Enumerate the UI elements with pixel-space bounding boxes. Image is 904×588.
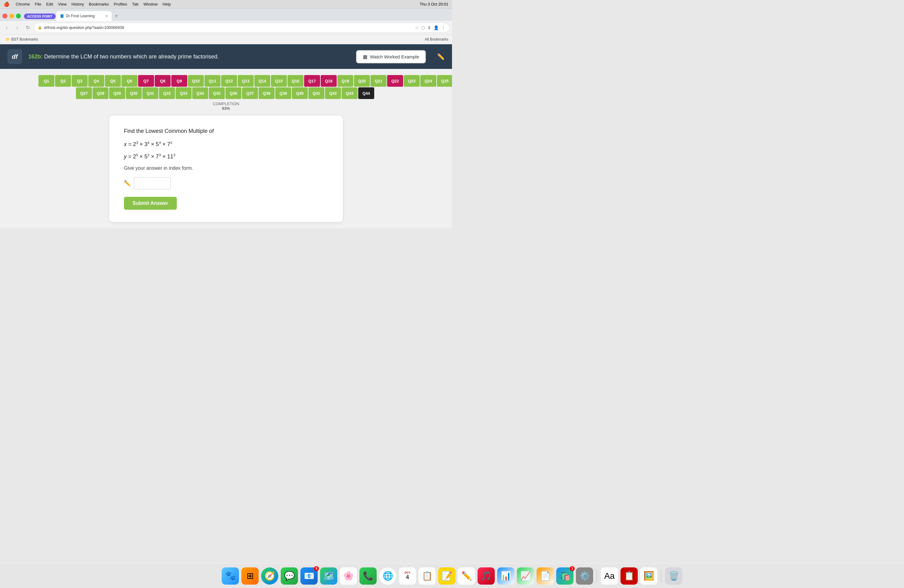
address-bar[interactable]: 🔒 drfrost.org/do-question.php?aaid=10006… — [34, 23, 450, 33]
watch-button-label: Watch Worked Example — [370, 54, 419, 59]
q-btn-24[interactable]: Q24 — [420, 75, 436, 87]
window-controls — [2, 14, 21, 21]
q-btn-29[interactable]: Q29 — [109, 87, 125, 99]
q-btn-1[interactable]: Q1 — [38, 75, 54, 87]
q-btn-37[interactable]: Q37 — [242, 87, 258, 99]
q-btn-8[interactable]: Q8 — [155, 75, 171, 87]
q-btn-40[interactable]: Q40 — [292, 87, 308, 99]
q-btn-39[interactable]: Q39 — [275, 87, 291, 99]
q-btn-16[interactable]: Q16 — [288, 75, 303, 87]
q-btn-2[interactable]: Q2 — [55, 75, 71, 87]
df-logo: df — [7, 49, 22, 64]
bookmarks-bar: 📁 BST Bookmarks All Bookmarks — [0, 35, 452, 44]
menu-view[interactable]: View — [58, 2, 67, 6]
q-btn-19[interactable]: Q19 — [337, 75, 353, 87]
q-btn-43[interactable]: Q43 — [341, 87, 357, 99]
q-btn-41[interactable]: Q41 — [308, 87, 324, 99]
q-btn-34[interactable]: Q34 — [192, 87, 208, 99]
video-icon: ▦ — [363, 54, 367, 60]
back-button[interactable]: ‹ — [2, 24, 11, 32]
q-btn-12[interactable]: Q12 — [221, 75, 237, 87]
all-bookmarks-label: All Bookmarks — [425, 37, 448, 41]
more-options-button[interactable]: ⋮ — [441, 25, 446, 30]
q-btn-28[interactable]: Q28 — [93, 87, 109, 99]
q-btn-30[interactable]: Q30 — [126, 87, 142, 99]
edit-button[interactable]: ✏️ — [437, 53, 445, 60]
q-btn-13[interactable]: Q13 — [238, 75, 254, 87]
q-btn-32[interactable]: Q32 — [159, 87, 175, 99]
q-btn-10[interactable]: Q10 — [188, 75, 204, 87]
reload-button[interactable]: ↻ — [24, 24, 32, 32]
q-btn-11[interactable]: Q11 — [204, 75, 220, 87]
q-btn-5[interactable]: Q5 — [105, 75, 121, 87]
chrome-window: ACCESS POINT 📘 Dr Frost Learning ✕ + ‹ ›… — [0, 9, 452, 228]
profile-button[interactable]: 👤 — [433, 25, 439, 30]
q-btn-6[interactable]: Q6 — [122, 75, 137, 87]
bookmark-star-button[interactable]: ☆ — [415, 25, 419, 30]
menu-tab[interactable]: Tab — [132, 2, 138, 6]
bookmark-bst[interactable]: 📁 BST Bookmarks — [4, 36, 40, 42]
menu-file[interactable]: File — [35, 2, 41, 6]
minimize-window-button[interactable] — [9, 14, 14, 19]
question-id: 162b: — [28, 54, 43, 60]
completion-bar: COMPLETION 93% — [0, 101, 452, 111]
q-btn-38[interactable]: Q38 — [259, 87, 275, 99]
completion-percent: 93% — [222, 106, 230, 111]
extension-button[interactable]: ⬡ — [421, 25, 425, 30]
maximize-window-button[interactable] — [16, 14, 21, 19]
q-btn-27[interactable]: Q27 — [76, 87, 92, 99]
q-btn-20[interactable]: Q20 — [354, 75, 370, 87]
lock-icon: 🔒 — [38, 25, 42, 30]
menu-chrome[interactable]: Chrome — [16, 2, 30, 6]
q-btn-23[interactable]: Q23 — [404, 75, 420, 87]
q-btn-4[interactable]: Q4 — [88, 75, 104, 87]
q-btn-42[interactable]: Q42 — [325, 87, 341, 99]
bookmark-label: BST Bookmarks — [11, 37, 38, 41]
address-bar-row: ‹ › ↻ 🔒 drfrost.org/do-question.php?aaid… — [0, 21, 452, 35]
active-tab[interactable]: 📘 Dr Frost Learning ✕ — [56, 11, 112, 21]
tab-close-button[interactable]: ✕ — [105, 14, 108, 18]
q-btn-15[interactable]: Q15 — [271, 75, 287, 87]
q-btn-17[interactable]: Q17 — [304, 75, 320, 87]
q-btn-36[interactable]: Q36 — [225, 87, 241, 99]
forward-button[interactable]: › — [13, 24, 22, 32]
download-button[interactable]: ⬇ — [427, 25, 431, 30]
menu-profiles[interactable]: Profiles — [114, 2, 127, 6]
access-point-button[interactable]: ACCESS POINT — [24, 14, 56, 19]
page-header: df 162b: Determine the LCM of two number… — [0, 44, 452, 69]
question-navigation: Q1 Q2 Q3 Q4 Q5 Q6 Q7 Q8 Q9 Q10 Q11 Q12 Q… — [32, 75, 420, 99]
watch-worked-example-button[interactable]: ▦ Watch Worked Example — [356, 50, 426, 63]
menu-edit[interactable]: Edit — [46, 2, 53, 6]
menu-history[interactable]: History — [72, 2, 84, 6]
question-prompt: Find the Lowest Common Multiple of — [124, 128, 328, 134]
apple-logo: 🍎 — [4, 2, 9, 7]
q-btn-21[interactable]: Q21 — [370, 75, 387, 87]
pencil-icon: ✏️ — [124, 180, 131, 187]
menu-bar: 🍎 Chrome File Edit View History Bookmark… — [0, 0, 452, 9]
q-btn-31[interactable]: Q31 — [142, 87, 158, 99]
q-btn-18[interactable]: Q18 — [321, 75, 337, 87]
q-btn-7[interactable]: Q7 — [138, 75, 154, 87]
q-btn-35[interactable]: Q35 — [209, 87, 225, 99]
all-bookmarks-button[interactable]: All Bookmarks — [425, 37, 448, 41]
menu-window[interactable]: Window — [143, 2, 157, 6]
completion-label: COMPLETION — [213, 101, 239, 106]
close-window-button[interactable] — [2, 14, 7, 19]
q-btn-14[interactable]: Q14 — [254, 75, 270, 87]
submit-answer-button[interactable]: Submit Answer — [124, 197, 177, 210]
answer-row: ✏️ — [124, 177, 328, 190]
answer-input[interactable] — [134, 177, 171, 190]
q-btn-44[interactable]: Q44 — [358, 87, 374, 99]
q-btn-9[interactable]: Q9 — [171, 75, 187, 87]
tab-title: Dr Frost Learning — [66, 14, 95, 18]
tab-favicon: 📘 — [60, 14, 64, 18]
new-tab-button[interactable]: + — [112, 12, 121, 20]
q-btn-22[interactable]: Q22 — [387, 75, 403, 87]
q-btn-33[interactable]: Q33 — [175, 87, 191, 99]
menu-help[interactable]: Help — [163, 2, 171, 6]
q-btn-3[interactable]: Q3 — [72, 75, 88, 87]
equation-x: x = 23 × 34 × 54 × 72 — [124, 139, 328, 149]
q-btn-25[interactable]: Q25 — [437, 75, 452, 87]
menu-bookmarks[interactable]: Bookmarks — [89, 2, 109, 6]
address-bar-actions: ☆ ⬡ ⬇ 👤 ⋮ — [415, 25, 446, 30]
